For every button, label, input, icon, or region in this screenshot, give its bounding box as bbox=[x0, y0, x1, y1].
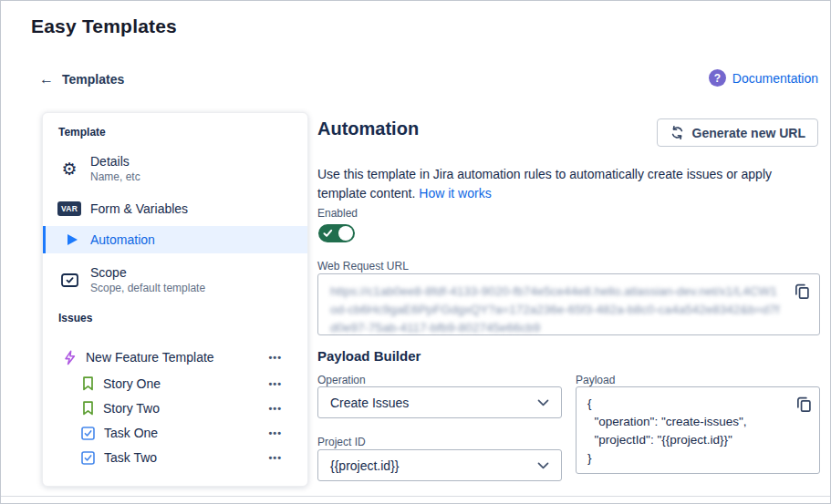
sidebar-item-details[interactable]: ⚙ Details Name, etc bbox=[43, 149, 307, 188]
back-link-label: Templates bbox=[62, 72, 124, 87]
issue-item-story-two[interactable]: Story Two ••• bbox=[43, 398, 307, 418]
project-id-value: {{project.id}} bbox=[330, 458, 537, 473]
task-check-icon bbox=[81, 427, 95, 440]
how-it-works-link[interactable]: How it works bbox=[419, 186, 491, 201]
issue-item-label: Story Two bbox=[103, 401, 160, 416]
play-icon bbox=[61, 233, 83, 246]
back-to-templates-link[interactable]: ← Templates bbox=[39, 72, 124, 87]
template-section-heading: Template bbox=[58, 126, 106, 139]
project-id-select[interactable]: {{project.id}} bbox=[317, 449, 562, 481]
issue-item-label: Task One bbox=[104, 426, 158, 440]
web-request-url-label: Web Request URL bbox=[317, 260, 409, 273]
issue-item-task-two[interactable]: Task Two ••• bbox=[43, 447, 307, 468]
project-id-label: Project ID bbox=[317, 436, 366, 448]
chevron-down-icon bbox=[537, 399, 549, 406]
row-menu-button[interactable]: ••• bbox=[268, 403, 282, 414]
template-sidebar: Template ⚙ Details Name, etc VAR Form & … bbox=[42, 112, 308, 487]
row-menu-button[interactable]: ••• bbox=[268, 427, 282, 438]
chevron-down-icon bbox=[537, 462, 549, 469]
documentation-label: Documentation bbox=[732, 71, 818, 86]
issues-section-heading: Issues bbox=[58, 312, 92, 324]
operation-select[interactable]: Create Issues bbox=[317, 386, 562, 418]
issue-item-label: Task Two bbox=[104, 450, 157, 465]
payload-label: Payload bbox=[576, 374, 615, 386]
sidebar-item-label: Automation bbox=[90, 232, 155, 247]
issue-item-label: New Feature Template bbox=[86, 350, 214, 365]
copy-icon bbox=[795, 396, 812, 413]
page-title: Easy Templates bbox=[31, 15, 177, 37]
automation-heading: Automation bbox=[317, 118, 419, 139]
gear-icon: ⚙ bbox=[58, 160, 80, 178]
story-bookmark-icon bbox=[82, 401, 94, 416]
issue-item-story-one[interactable]: Story One ••• bbox=[43, 374, 307, 394]
sidebar-item-sublabel: Scope, default template bbox=[90, 282, 205, 294]
operation-label: Operation bbox=[317, 374, 366, 386]
payload-json-value: { "operation": "create-issues", "project… bbox=[587, 395, 786, 468]
lightning-icon bbox=[63, 350, 77, 365]
payload-field[interactable]: { "operation": "create-issues", "project… bbox=[576, 386, 820, 474]
web-request-url-value: https://c1ab0ee8-8fdf-4133-9020-fb74e5ce… bbox=[330, 283, 781, 337]
row-menu-button[interactable]: ••• bbox=[268, 452, 282, 463]
refresh-icon bbox=[670, 125, 685, 140]
toggle-knob bbox=[338, 226, 353, 241]
operation-value: Create Issues bbox=[330, 396, 537, 410]
sidebar-item-scope[interactable]: Scope Scope, default template bbox=[43, 261, 307, 299]
sidebar-item-form-variables[interactable]: VAR Form & Variables bbox=[43, 197, 307, 221]
issue-item-task-one[interactable]: Task One ••• bbox=[43, 423, 307, 443]
sidebar-item-label: Form & Variables bbox=[90, 201, 188, 216]
generate-new-url-label: Generate new URL bbox=[692, 126, 805, 140]
payload-builder-heading: Payload Builder bbox=[317, 348, 421, 364]
back-arrow-icon: ← bbox=[39, 72, 54, 87]
enabled-label: Enabled bbox=[317, 207, 358, 220]
automation-description: Use this template in Jira automation rul… bbox=[317, 165, 821, 203]
sidebar-item-label: Details bbox=[90, 154, 140, 169]
row-menu-button[interactable]: ••• bbox=[268, 352, 282, 363]
help-icon: ? bbox=[709, 69, 726, 87]
documentation-link[interactable]: ? Documentation bbox=[709, 69, 818, 87]
bottom-divider bbox=[1, 496, 830, 497]
copy-payload-button[interactable] bbox=[795, 396, 812, 413]
generate-new-url-button[interactable]: Generate new URL bbox=[657, 118, 818, 147]
issue-item-new-feature-template[interactable]: New Feature Template ••• bbox=[43, 346, 307, 368]
story-bookmark-icon bbox=[82, 376, 94, 391]
task-check-icon bbox=[81, 451, 95, 465]
scope-check-icon bbox=[58, 273, 80, 287]
var-badge-icon: VAR bbox=[58, 201, 80, 216]
row-menu-button[interactable]: ••• bbox=[268, 378, 282, 389]
toggle-check-icon bbox=[323, 229, 333, 238]
copy-icon bbox=[794, 283, 810, 300]
enabled-toggle[interactable] bbox=[318, 224, 355, 242]
copy-url-button[interactable] bbox=[794, 283, 810, 300]
sidebar-item-automation[interactable]: Automation bbox=[43, 226, 307, 253]
sidebar-item-sublabel: Name, etc bbox=[90, 170, 140, 183]
web-request-url-field[interactable]: https://c1ab0ee8-8fdf-4133-9020-fb74e5ce… bbox=[317, 273, 820, 335]
issue-item-label: Story One bbox=[103, 376, 161, 391]
sidebar-item-label: Scope bbox=[90, 265, 205, 280]
easy-templates-app: Easy Templates ← Templates ? Documentati… bbox=[0, 0, 831, 504]
